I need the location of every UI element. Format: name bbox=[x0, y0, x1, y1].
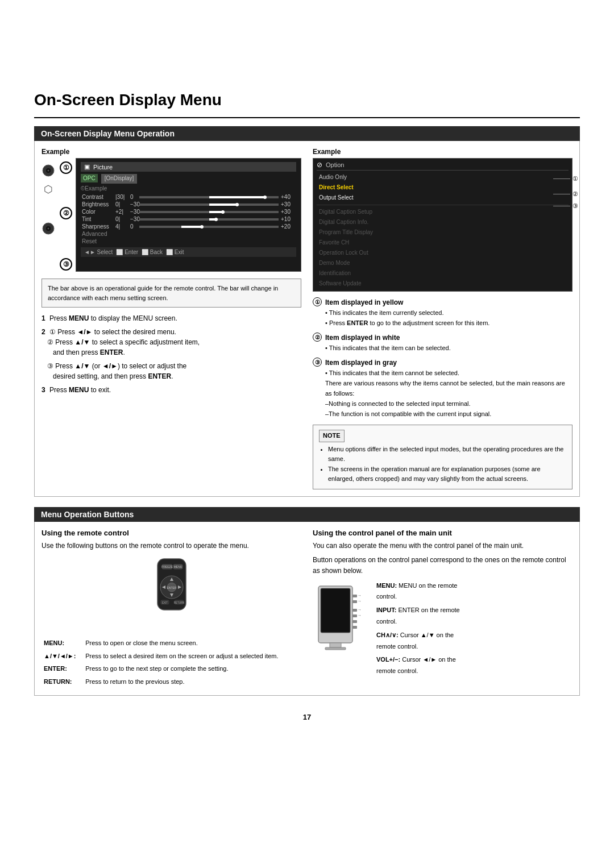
page-title: On-Screen Display Menu bbox=[34, 91, 580, 109]
note-item-1: Menu options differ in the selected inpu… bbox=[328, 445, 566, 464]
slider-reset: Reset bbox=[81, 238, 296, 245]
svg-rect-31 bbox=[352, 626, 357, 629]
svg-rect-30 bbox=[352, 620, 357, 623]
left-screen: ▣ Picture OPC [OnDisplay] ©Example bbox=[76, 158, 301, 272]
left-example-label: Example bbox=[42, 148, 301, 156]
slider-brightness: Brightness 0| −30 +30 bbox=[81, 201, 296, 208]
item-software-update: Software Update bbox=[317, 279, 569, 289]
step2: 2 ① Press ◄/► to select the desired menu… bbox=[42, 327, 301, 358]
section1-header: On-Screen Display Menu Operation bbox=[34, 126, 580, 141]
svg-text:RETURN: RETURN bbox=[173, 601, 184, 604]
right-screen-title: ⊘ Option bbox=[317, 161, 569, 171]
btn-enter-desc: Press to go to the next step or complete… bbox=[84, 663, 300, 675]
button-table: MENU: Press to open or close the menu sc… bbox=[42, 636, 301, 688]
section1-container: On-Screen Display Menu Operation Example bbox=[34, 126, 580, 497]
slider-color: Color +2| −30 +30 bbox=[81, 208, 296, 215]
mob-left-desc: Use the following buttons on the remote … bbox=[42, 541, 301, 551]
note-item-2: The screens in the operation manual are … bbox=[328, 464, 566, 484]
instructions: 1 Press MENU to display the MENU screen.… bbox=[42, 313, 301, 395]
screen-icon: ▣ bbox=[84, 163, 90, 171]
callout-box: The bar above is an operational guide fo… bbox=[42, 279, 301, 308]
svg-point-5 bbox=[48, 228, 49, 230]
lbl-vol: VOL+/−: Cursor ◄/► on theremote control. bbox=[376, 654, 460, 677]
lbl-ch: CH∧/∨: Cursor ▲/▼ on theremote control. bbox=[376, 630, 460, 653]
lbl-input: INPUT: ENTER on the remotecontrol. bbox=[376, 605, 460, 628]
note-box: NOTE Menu options differ in the selected… bbox=[313, 425, 572, 489]
step3: 3 Press MENU to exit. bbox=[42, 385, 301, 395]
right-screen: ⊘ Option Audio Only Direct Select Output… bbox=[313, 158, 572, 292]
screen-title: Picture bbox=[93, 164, 113, 171]
example-watermark: ©Example bbox=[81, 185, 296, 192]
svg-rect-27 bbox=[352, 600, 357, 603]
slider-tint: Tint 0| −30 +10 bbox=[81, 215, 296, 223]
svg-text:ENTER: ENTER bbox=[167, 586, 176, 589]
item-digital-caption-info: Digital Caption Info. bbox=[317, 217, 569, 227]
right-example-label: Example bbox=[313, 148, 572, 156]
btn-enter-row: ENTER: Press to go to the next step or c… bbox=[43, 663, 300, 675]
svg-rect-25 bbox=[325, 647, 346, 650]
remote-illustration: FREEZE MENU bbox=[42, 556, 301, 632]
svg-rect-26 bbox=[352, 595, 357, 597]
remote-svg: FREEZE MENU bbox=[140, 556, 203, 630]
ann-white: ② Item displayed in white • This indicat… bbox=[313, 333, 572, 353]
svg-text:→: → bbox=[358, 608, 362, 612]
svg-text:→: → bbox=[358, 599, 362, 603]
mob-left: Using the remote control Use the followi… bbox=[42, 529, 301, 688]
ann-yellow: ① Item displayed in yellow • This indica… bbox=[313, 297, 572, 328]
disc-icon-1 bbox=[42, 164, 55, 177]
btn-arrows-row: ▲/▼/◄/►: Press to select a desired item … bbox=[43, 650, 300, 662]
tv-labels: MENU: MENU on the remotecontrol. INPUT: … bbox=[376, 580, 460, 679]
svg-text:→: → bbox=[358, 613, 362, 617]
step2c: ③ Press ▲/▼ (or ◄/►) to select or adjust… bbox=[42, 361, 301, 381]
step-circle-3: ③ bbox=[60, 258, 72, 271]
mob-right-subtitle: Using the control panel of the main unit bbox=[313, 529, 572, 537]
item-audio-only: Audio Only bbox=[317, 172, 569, 182]
opc-row: OPC [OnDisplay] bbox=[81, 174, 296, 184]
btn-menu-name: MENU: bbox=[43, 637, 83, 649]
screen-divider bbox=[317, 205, 569, 205]
slider-contrast: Contrast |30| 0 +40 bbox=[81, 193, 296, 201]
mob-left-subtitle: Using the remote control bbox=[42, 529, 301, 537]
nav-bar: ◄► Select ⬜ Enter ⬜ Back ⬜ Exit bbox=[81, 247, 296, 257]
item-output-select: Output Select bbox=[317, 193, 569, 203]
item-favorite-ch: Favorite CH bbox=[317, 238, 569, 248]
svg-rect-24 bbox=[330, 643, 341, 647]
btn-enter-name: ENTER: bbox=[43, 663, 83, 675]
section1-left: Example bbox=[42, 148, 301, 489]
btn-return-desc: Press to return to the previous step. bbox=[84, 676, 300, 688]
btn-arrows-name: ▲/▼/◄/►: bbox=[43, 650, 83, 662]
page-number: 17 bbox=[34, 713, 580, 721]
right-annotations: ① Item displayed in yellow • This indica… bbox=[313, 297, 572, 419]
ann-gray: ③ Item displayed in gray • This indicate… bbox=[313, 358, 572, 419]
section1-right: Example ① ② bbox=[313, 148, 572, 489]
callout-indicators: ① ② ③ bbox=[553, 175, 578, 210]
btn-menu-desc: Press to open or close the menu screen. bbox=[84, 637, 300, 649]
item-program-title: Program Title Display bbox=[317, 227, 569, 238]
step-numbers: ① ② ③ bbox=[60, 158, 72, 273]
mob-right-content: → → → → MENU: MENU on the remotecontrol. bbox=[313, 580, 572, 679]
step1: 1 Press MENU to display the MENU screen. bbox=[42, 313, 301, 323]
svg-point-2 bbox=[48, 170, 49, 172]
btn-return-row: RETURN: Press to return to the previous … bbox=[43, 676, 300, 688]
mob-right-desc1: You can also operate the menu with the c… bbox=[313, 541, 572, 551]
btn-arrows-desc: Press to select a desired item on the sc… bbox=[84, 650, 300, 662]
item-identification: Identification bbox=[317, 268, 569, 279]
svg-rect-28 bbox=[352, 609, 357, 612]
btn-return-name: RETURN: bbox=[43, 676, 83, 688]
item-demo-mode: Demo Mode bbox=[317, 258, 569, 268]
lbl-menu: MENU: MENU on the remotecontrol. bbox=[376, 580, 460, 603]
tv-svg: → → → → bbox=[313, 580, 370, 666]
item-digital-caption-setup: Digital Caption Setup bbox=[317, 207, 569, 217]
step-icons: ⬡ bbox=[42, 158, 55, 235]
note-label: NOTE bbox=[319, 430, 345, 442]
svg-text:MENU: MENU bbox=[173, 565, 182, 568]
section2-container: Menu Operation Buttons Using the remote … bbox=[34, 507, 580, 696]
item-direct-select: Direct Select bbox=[317, 182, 569, 193]
section2-header: Menu Operation Buttons bbox=[34, 507, 580, 522]
screen-title-bar: ▣ Picture bbox=[81, 162, 296, 172]
svg-text:→: → bbox=[358, 593, 362, 597]
slider-sharpness: Sharpness 4| 0 +20 bbox=[81, 223, 296, 230]
mob-right: Using the control panel of the main unit… bbox=[313, 529, 572, 688]
slider-advanced: Advanced bbox=[81, 230, 296, 238]
svg-rect-29 bbox=[352, 614, 357, 617]
